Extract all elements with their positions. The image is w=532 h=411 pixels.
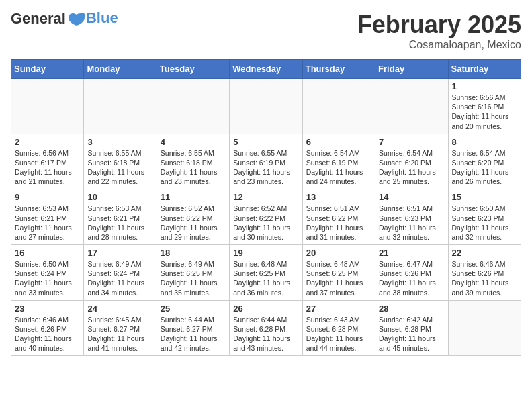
day-number: 20 [306, 248, 371, 258]
month-title: February 2025 [357, 11, 521, 39]
calendar-cell: 15Sunrise: 6:50 AM Sunset: 6:23 PM Dayli… [448, 189, 521, 245]
calendar-table: SundayMondayTuesdayWednesdayThursdayFrid… [11, 59, 521, 356]
day-info: Sunrise: 6:54 AM Sunset: 6:20 PM Dayligh… [379, 148, 444, 187]
day-info: Sunrise: 6:49 AM Sunset: 6:25 PM Dayligh… [161, 259, 226, 298]
day-number: 3 [87, 137, 152, 147]
day-info: Sunrise: 6:55 AM Sunset: 6:18 PM Dayligh… [87, 148, 152, 187]
calendar-cell: 18Sunrise: 6:49 AM Sunset: 6:25 PM Dayli… [157, 245, 229, 301]
day-number: 25 [161, 304, 226, 314]
calendar-cell: 5Sunrise: 6:55 AM Sunset: 6:19 PM Daylig… [230, 134, 302, 189]
calendar-cell [11, 79, 84, 134]
day-info: Sunrise: 6:56 AM Sunset: 6:17 PM Dayligh… [15, 148, 80, 187]
calendar-cell: 10Sunrise: 6:53 AM Sunset: 6:21 PM Dayli… [84, 189, 157, 245]
location: Cosamaloapan, Mexico [357, 39, 521, 51]
day-info: Sunrise: 6:46 AM Sunset: 6:26 PM Dayligh… [452, 259, 517, 298]
calendar-body: 1Sunrise: 6:56 AM Sunset: 6:16 PM Daylig… [11, 79, 521, 356]
calendar-cell: 21Sunrise: 6:47 AM Sunset: 6:26 PM Dayli… [375, 245, 448, 301]
calendar-cell: 19Sunrise: 6:48 AM Sunset: 6:25 PM Dayli… [230, 245, 302, 301]
calendar-cell: 6Sunrise: 6:54 AM Sunset: 6:19 PM Daylig… [302, 134, 375, 189]
day-info: Sunrise: 6:46 AM Sunset: 6:26 PM Dayligh… [15, 315, 80, 353]
day-number: 8 [452, 137, 517, 147]
title-area: February 2025 Cosamaloapan, Mexico [357, 11, 521, 51]
day-number: 2 [15, 137, 80, 147]
calendar-cell [157, 79, 229, 134]
day-info: Sunrise: 6:47 AM Sunset: 6:26 PM Dayligh… [379, 259, 444, 298]
day-number: 9 [15, 192, 80, 202]
day-number: 7 [379, 137, 444, 147]
day-info: Sunrise: 6:52 AM Sunset: 6:22 PM Dayligh… [233, 203, 298, 242]
page-header: General Blue February 2025 Cosamaloapan,… [11, 11, 521, 51]
day-number: 11 [161, 192, 226, 202]
day-info: Sunrise: 6:48 AM Sunset: 6:25 PM Dayligh… [306, 259, 371, 298]
day-info: Sunrise: 6:45 AM Sunset: 6:27 PM Dayligh… [87, 315, 152, 353]
calendar-cell [448, 300, 521, 356]
calendar-cell: 27Sunrise: 6:43 AM Sunset: 6:28 PM Dayli… [302, 300, 375, 356]
weekday-header-saturday: Saturday [448, 60, 521, 79]
calendar-cell: 4Sunrise: 6:55 AM Sunset: 6:18 PM Daylig… [157, 134, 229, 189]
day-info: Sunrise: 6:44 AM Sunset: 6:27 PM Dayligh… [161, 315, 226, 353]
day-info: Sunrise: 6:56 AM Sunset: 6:16 PM Dayligh… [452, 93, 517, 131]
day-number: 26 [233, 304, 298, 314]
logo-bird-icon [67, 12, 86, 27]
calendar-cell: 20Sunrise: 6:48 AM Sunset: 6:25 PM Dayli… [302, 245, 375, 301]
calendar-cell: 16Sunrise: 6:50 AM Sunset: 6:24 PM Dayli… [11, 245, 84, 301]
day-number: 21 [379, 248, 444, 258]
weekday-header-thursday: Thursday [302, 60, 375, 79]
day-info: Sunrise: 6:51 AM Sunset: 6:22 PM Dayligh… [306, 203, 371, 242]
week-row-5: 23Sunrise: 6:46 AM Sunset: 6:26 PM Dayli… [11, 300, 521, 356]
calendar-header: SundayMondayTuesdayWednesdayThursdayFrid… [11, 60, 521, 79]
day-info: Sunrise: 6:50 AM Sunset: 6:24 PM Dayligh… [15, 259, 80, 298]
day-number: 18 [161, 248, 226, 258]
day-number: 12 [233, 192, 298, 202]
day-number: 23 [15, 304, 80, 314]
day-info: Sunrise: 6:52 AM Sunset: 6:22 PM Dayligh… [161, 203, 226, 242]
calendar-cell [375, 79, 448, 134]
weekday-header-friday: Friday [375, 60, 448, 79]
calendar-cell: 7Sunrise: 6:54 AM Sunset: 6:20 PM Daylig… [375, 134, 448, 189]
day-info: Sunrise: 6:53 AM Sunset: 6:21 PM Dayligh… [15, 203, 80, 242]
week-row-2: 2Sunrise: 6:56 AM Sunset: 6:17 PM Daylig… [11, 134, 521, 189]
day-number: 6 [306, 137, 371, 147]
day-number: 13 [306, 192, 371, 202]
day-info: Sunrise: 6:48 AM Sunset: 6:25 PM Dayligh… [233, 259, 298, 298]
day-number: 19 [233, 248, 298, 258]
day-number: 10 [87, 192, 152, 202]
calendar-cell: 9Sunrise: 6:53 AM Sunset: 6:21 PM Daylig… [11, 189, 84, 245]
day-number: 5 [233, 137, 298, 147]
calendar-cell: 28Sunrise: 6:42 AM Sunset: 6:28 PM Dayli… [375, 300, 448, 356]
day-number: 15 [452, 192, 517, 202]
day-number: 17 [87, 248, 152, 258]
calendar-cell: 17Sunrise: 6:49 AM Sunset: 6:24 PM Dayli… [84, 245, 157, 301]
calendar-cell: 14Sunrise: 6:51 AM Sunset: 6:23 PM Dayli… [375, 189, 448, 245]
week-row-3: 9Sunrise: 6:53 AM Sunset: 6:21 PM Daylig… [11, 189, 521, 245]
day-number: 16 [15, 248, 80, 258]
day-number: 4 [161, 137, 226, 147]
day-number: 28 [379, 304, 444, 314]
calendar-cell: 3Sunrise: 6:55 AM Sunset: 6:18 PM Daylig… [84, 134, 157, 189]
calendar-cell: 11Sunrise: 6:52 AM Sunset: 6:22 PM Dayli… [157, 189, 229, 245]
logo: General Blue [11, 11, 118, 27]
day-info: Sunrise: 6:44 AM Sunset: 6:28 PM Dayligh… [233, 315, 298, 353]
weekday-header-row: SundayMondayTuesdayWednesdayThursdayFrid… [11, 60, 521, 79]
week-row-4: 16Sunrise: 6:50 AM Sunset: 6:24 PM Dayli… [11, 245, 521, 301]
calendar-cell: 8Sunrise: 6:54 AM Sunset: 6:20 PM Daylig… [448, 134, 521, 189]
day-info: Sunrise: 6:55 AM Sunset: 6:19 PM Dayligh… [233, 148, 298, 187]
weekday-header-tuesday: Tuesday [157, 60, 229, 79]
calendar-cell [230, 79, 302, 134]
day-info: Sunrise: 6:50 AM Sunset: 6:23 PM Dayligh… [452, 203, 517, 242]
calendar-cell: 12Sunrise: 6:52 AM Sunset: 6:22 PM Dayli… [230, 189, 302, 245]
weekday-header-sunday: Sunday [11, 60, 84, 79]
calendar-cell: 22Sunrise: 6:46 AM Sunset: 6:26 PM Dayli… [448, 245, 521, 301]
day-info: Sunrise: 6:54 AM Sunset: 6:19 PM Dayligh… [306, 148, 371, 187]
day-number: 1 [452, 81, 517, 91]
calendar-cell: 1Sunrise: 6:56 AM Sunset: 6:16 PM Daylig… [448, 79, 521, 134]
logo-text: General [11, 11, 86, 27]
day-info: Sunrise: 6:43 AM Sunset: 6:28 PM Dayligh… [306, 315, 371, 353]
calendar-cell: 2Sunrise: 6:56 AM Sunset: 6:17 PM Daylig… [11, 134, 84, 189]
day-number: 22 [452, 248, 517, 258]
calendar-cell [84, 79, 157, 134]
weekday-header-monday: Monday [84, 60, 157, 79]
day-number: 24 [87, 304, 152, 314]
calendar-cell: 23Sunrise: 6:46 AM Sunset: 6:26 PM Dayli… [11, 300, 84, 356]
day-number: 27 [306, 304, 371, 314]
